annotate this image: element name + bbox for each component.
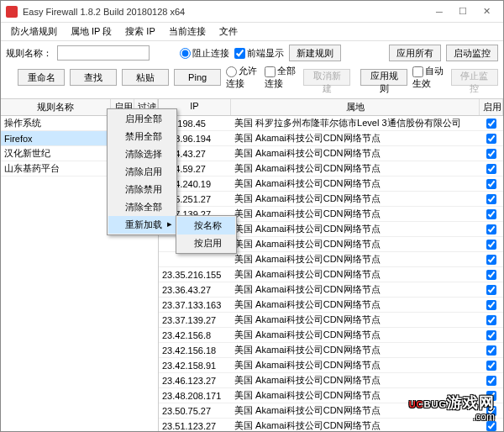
ip-enable-cell[interactable]	[480, 375, 503, 386]
ip-enable-cell[interactable]	[480, 329, 503, 340]
ip-row[interactable]: 美国 Akamai科技公司CDN网络节点	[159, 252, 503, 267]
ip-enable-cell[interactable]	[480, 284, 503, 295]
ctx-item[interactable]: 清除全部	[108, 198, 176, 216]
col-ip-enable[interactable]: 启用	[480, 99, 503, 115]
ip-enable-cell[interactable]	[480, 239, 503, 250]
rule-name-cell: Firefox	[1, 134, 111, 144]
ip-enable-cell[interactable]	[480, 345, 503, 356]
ip-row[interactable]: 23.4.43.27美国 Akamai科技公司CDN网络节点	[159, 146, 503, 161]
title-bar: Easy Firewall 1.8.2 Build 20180128 x64 ─…	[1, 1, 503, 23]
ip-row[interactable]: 23.42.158.91美国 Akamai科技公司CDN网络节点	[159, 358, 503, 373]
content-area: 规则名称 启用 过滤 操作系统Firefox汉化新世纪山东基药平台 IP 属地 …	[1, 99, 503, 432]
location-cell: 美国 Akamai科技公司CDN网络节点	[231, 208, 480, 220]
location-cell: 美国 Akamai科技公司CDN网络节点	[231, 238, 480, 250]
ctx-item[interactable]: 清除选择	[108, 145, 176, 163]
ip-cell: 23.51.123.27	[159, 421, 231, 431]
ctx-item[interactable]: 清除启用	[108, 163, 176, 181]
ip-enable-cell[interactable]	[480, 254, 503, 265]
ip-enable-cell[interactable]	[480, 390, 503, 401]
context-submenu[interactable]: 按名称按启用	[176, 215, 237, 254]
ip-row[interactable]: 23.50.75.27美国 Akamai科技公司CDN网络节点	[159, 403, 503, 419]
window-title: Easy Firewall 1.8.2 Build 20180128 x64	[23, 7, 428, 17]
ctx-sub-item[interactable]: 按名称	[177, 217, 235, 234]
ip-cell: 23.48.208.171	[159, 391, 231, 401]
ip-enable-cell[interactable]	[480, 193, 503, 204]
apply-rule-button[interactable]: 应用规则	[360, 69, 407, 86]
stop-monitor-button[interactable]: 停止监控	[451, 69, 498, 86]
ip-row[interactable]: 8.7.198.45美国 科罗拉多州布隆菲尔德市Level 3通信股份有限公司	[159, 116, 503, 131]
paste-button[interactable]: 粘贴	[122, 69, 169, 86]
check-auto-effect[interactable]: 自动生效	[412, 65, 446, 90]
ip-cell: 23.37.133.163	[159, 300, 231, 310]
apply-all-button[interactable]: 应用所有	[389, 45, 441, 61]
ctx-sub-item[interactable]: 按启用	[177, 234, 235, 252]
ctx-item[interactable]: 启用全部	[108, 110, 176, 128]
ip-enable-cell[interactable]	[480, 118, 503, 129]
rename-button[interactable]: 重命名	[18, 69, 65, 86]
radio-allow[interactable]: 允许连接	[226, 65, 260, 90]
ip-enable-cell[interactable]	[480, 178, 503, 189]
ip-enable-cell[interactable]	[480, 420, 503, 431]
ctx-item[interactable]: 重新加载▸按名称按启用	[108, 216, 176, 234]
ip-row[interactable]: 23.3.96.194美国 Akamai科技公司CDN网络节点	[159, 131, 503, 146]
rule-name-cell: 汉化新世纪	[1, 147, 111, 160]
location-cell: 美国 Akamai科技公司CDN网络节点	[231, 419, 480, 432]
rule-name-label: 规则名称：	[6, 47, 52, 60]
ip-row[interactable]: 23.4.59.27美国 Akamai科技公司CDN网络节点	[159, 161, 503, 176]
radio-block[interactable]: 阻止连接	[180, 47, 229, 60]
context-menu[interactable]: 启用全部禁用全部清除选择清除启用清除禁用清除全部重新加载▸按名称按启用	[107, 108, 177, 235]
ip-cell: 23.36.43.27	[159, 285, 231, 295]
check-front-show[interactable]: 前端显示	[234, 47, 284, 60]
find-button[interactable]: 查找	[70, 69, 117, 86]
ping-button[interactable]: Ping	[174, 69, 221, 86]
new-rule-button[interactable]: 新建规则	[289, 45, 341, 61]
col-rule-name[interactable]: 规则名称	[1, 99, 111, 115]
ip-row[interactable]: 23.4.240.19美国 Akamai科技公司CDN网络节点	[159, 176, 503, 192]
location-cell: 美国 Akamai科技公司CDN网络节点	[231, 192, 480, 205]
cancel-new-button[interactable]: 取消新建	[303, 69, 350, 86]
app-icon	[6, 6, 18, 18]
ip-row[interactable]: 23.48.208.171美国 Akamai科技公司CDN网络节点	[159, 388, 503, 403]
ip-enable-cell[interactable]	[480, 224, 503, 234]
ip-row[interactable]: 23.36.43.27美国 Akamai科技公司CDN网络节点	[159, 282, 503, 298]
menu-search-ip[interactable]: 搜索 IP	[118, 24, 161, 40]
location-cell: 美国 Akamai科技公司CDN网络节点	[231, 298, 480, 311]
ip-body[interactable]: 8.7.198.45美国 科罗拉多州布隆菲尔德市Level 3通信股份有限公司2…	[159, 116, 503, 432]
ip-row[interactable]: 23.37.139.27美国 Akamai科技公司CDN网络节点	[159, 313, 503, 328]
location-cell: 美国 Akamai科技公司CDN网络节点	[231, 253, 480, 266]
ip-enable-cell[interactable]	[480, 299, 503, 310]
ip-row[interactable]: 23.42.156.8美国 Akamai科技公司CDN网络节点	[159, 328, 503, 343]
menu-firewall-rules[interactable]: 防火墙规则	[4, 24, 64, 40]
ip-row[interactable]: 23.37.133.163美国 Akamai科技公司CDN网络节点	[159, 298, 503, 313]
ip-enable-cell[interactable]	[480, 133, 503, 144]
ip-enable-cell[interactable]	[480, 405, 503, 416]
ip-row[interactable]: 23.35.216.155美国 Akamai科技公司CDN网络节点	[159, 267, 503, 282]
menu-current-conn[interactable]: 当前连接	[162, 24, 213, 40]
ctx-item[interactable]: 清除禁用	[108, 181, 176, 198]
ip-header: IP 属地 启用	[159, 99, 503, 116]
rule-name-input[interactable]	[57, 45, 150, 61]
ip-row[interactable]: 23.42.156.18美国 Akamai科技公司CDN网络节点	[159, 343, 503, 358]
ip-row[interactable]: 23.5.251.27美国 Akamai科技公司CDN网络节点	[159, 192, 503, 207]
ctx-item[interactable]: 禁用全部	[108, 128, 176, 145]
ip-row[interactable]: 23.46.123.27美国 Akamai科技公司CDN网络节点	[159, 373, 503, 388]
menu-file[interactable]: 文件	[213, 24, 244, 40]
start-monitor-button[interactable]: 启动监控	[446, 45, 498, 61]
maximize-button[interactable]: ☐	[451, 3, 475, 20]
col-location[interactable]: 属地	[231, 99, 480, 115]
toolbar: 规则名称： 阻止连接 前端显示 新建规则 应用所有 启动监控 重命名 查找 粘贴…	[1, 41, 503, 99]
ip-enable-cell[interactable]	[480, 360, 503, 371]
location-cell: 美国 科罗拉多州布隆菲尔德市Level 3通信股份有限公司	[231, 117, 480, 129]
ip-enable-cell[interactable]	[480, 148, 503, 159]
ip-cell: 23.46.123.27	[159, 376, 231, 386]
ip-row[interactable]: 23.51.123.27美国 Akamai科技公司CDN网络节点	[159, 419, 503, 432]
close-button[interactable]: ✕	[475, 3, 498, 20]
location-cell: 美国 Akamai科技公司CDN网络节点	[231, 283, 480, 296]
ip-enable-cell[interactable]	[480, 163, 503, 174]
ip-enable-cell[interactable]	[480, 269, 503, 280]
check-all-conn[interactable]: 全部连接	[265, 65, 298, 90]
menu-location-ip[interactable]: 属地 IP 段	[64, 24, 118, 40]
ip-enable-cell[interactable]	[480, 314, 503, 325]
ip-enable-cell[interactable]	[480, 208, 503, 219]
minimize-button[interactable]: ─	[428, 3, 451, 20]
